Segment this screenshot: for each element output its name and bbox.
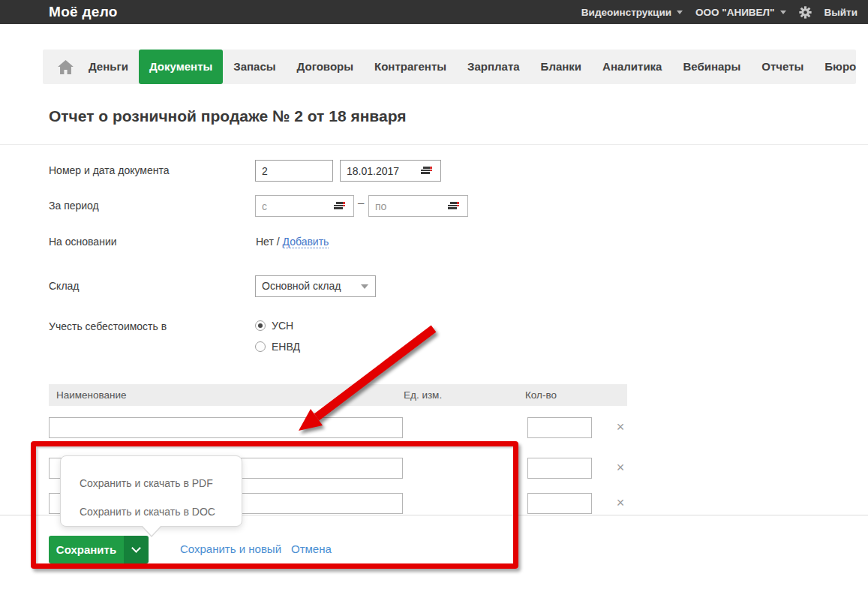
home-icon[interactable]: [58, 60, 74, 74]
radio-option-usn[interactable]: УСН: [255, 320, 293, 332]
warehouse-selected-value: Основной склад: [262, 276, 341, 296]
radio-checked-icon: [255, 320, 266, 331]
radio-option-envd[interactable]: ЕНВД: [255, 341, 300, 353]
item-qty-input[interactable]: [527, 417, 592, 438]
main-navigation: Деньги Документы Запасы Договоры Контраг…: [43, 50, 856, 84]
tab-vebinary[interactable]: Вебинары: [672, 50, 751, 84]
column-header-qty: Кол-во: [525, 384, 557, 406]
page-title: Отчет о розничной продаже № 2 от 18 янва…: [49, 107, 406, 125]
basis-add-link[interactable]: Добавить: [283, 236, 329, 248]
remove-row-icon[interactable]: ×: [614, 417, 627, 438]
tab-byuro[interactable]: Бюро: [814, 50, 866, 84]
column-header-unit: Ед. изм.: [404, 384, 442, 406]
item-qty-input[interactable]: [527, 458, 592, 479]
menu-item-save-doc[interactable]: Сохранить и скачать в DOC: [80, 497, 242, 526]
basis-label: На основании: [49, 236, 117, 248]
save-dropdown-menu: Сохранить и скачать в PDF Сохранить и ск…: [60, 455, 242, 527]
remove-row-icon[interactable]: ×: [614, 458, 627, 479]
app-logo[interactable]: Моё дело: [49, 0, 118, 24]
menu-item-save-pdf[interactable]: Сохранить и скачать в PDF: [80, 469, 242, 497]
tab-kontragenty[interactable]: Контрагенты: [364, 50, 457, 84]
tab-dokumenty[interactable]: Документы: [139, 50, 223, 84]
remove-row-icon[interactable]: ×: [614, 493, 627, 514]
save-dropdown-toggle[interactable]: [124, 536, 149, 563]
popup-tail: [142, 527, 161, 537]
calendar-icon[interactable]: [421, 167, 432, 175]
topbar: Моё дело Видеоинструкции ООО "АНИВЕЛ": [0, 0, 868, 24]
number-date-label: Номер и дата документа: [49, 164, 170, 176]
retail-sale-report-page: Моё дело Видеоинструкции ООО "АНИВЕЛ": [0, 0, 868, 589]
tab-analitika[interactable]: Аналитика: [592, 50, 672, 84]
warehouse-label: Склад: [49, 280, 80, 292]
items-table-header: Наименование Ед. изм. Кол-во: [49, 384, 627, 406]
item-name-input[interactable]: [49, 417, 403, 438]
settings-gear-icon[interactable]: [799, 6, 812, 19]
chevron-down-icon: [361, 284, 368, 289]
chevron-down-icon: [131, 543, 141, 553]
tab-zapasy[interactable]: Запасы: [223, 50, 286, 84]
tab-blanki[interactable]: Бланки: [530, 50, 592, 84]
save-button[interactable]: Сохранить: [49, 536, 124, 563]
item-qty-input[interactable]: [527, 493, 592, 514]
period-label: За период: [49, 200, 99, 212]
chevron-down-icon: [780, 11, 786, 14]
period-dash: –: [358, 196, 364, 209]
divider: [0, 144, 868, 145]
cost-accounting-label: Учесть себестоимость в: [49, 320, 167, 332]
save-and-new-link[interactable]: Сохранить и новый: [180, 542, 281, 555]
tab-otchety[interactable]: Отчеты: [751, 50, 814, 84]
document-number-input[interactable]: [255, 160, 333, 182]
cancel-link[interactable]: Отмена: [291, 542, 332, 555]
column-header-name: Наименование: [56, 384, 127, 406]
tab-dengi[interactable]: Деньги: [78, 50, 139, 84]
warehouse-select[interactable]: Основной склад: [255, 275, 376, 297]
video-instructions-menu[interactable]: Видеоинструкции: [581, 7, 683, 18]
calendar-icon[interactable]: [448, 202, 459, 210]
chevron-down-icon: [677, 11, 683, 14]
company-name: ООО "АНИВЕЛ": [695, 7, 774, 18]
basis-value: Нет /: [256, 236, 280, 248]
tab-dogovory[interactable]: Договоры: [287, 50, 364, 84]
save-split-button: Сохранить: [49, 536, 149, 563]
video-instructions-label: Видеоинструкции: [581, 7, 671, 18]
company-selector[interactable]: ООО "АНИВЕЛ": [695, 7, 785, 18]
calendar-icon[interactable]: [334, 202, 345, 210]
logout-link[interactable]: Выйти: [824, 7, 858, 18]
radio-unchecked-icon: [255, 341, 266, 352]
tab-zarplata[interactable]: Зарплата: [457, 50, 530, 84]
